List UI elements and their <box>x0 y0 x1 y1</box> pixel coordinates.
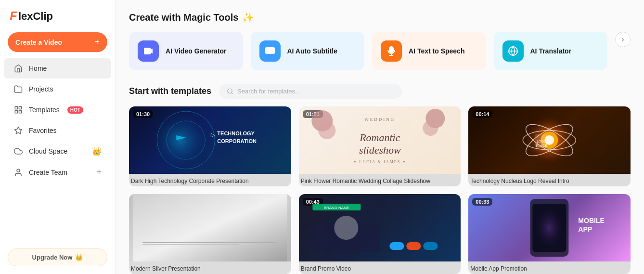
template-thumb-silver: 00:37 <box>129 194 291 261</box>
template-title-wedding: Pink Flower Romantic Wedding Collage Sli… <box>299 174 461 186</box>
scroll-next-icon: › <box>621 35 624 44</box>
template-thumb-nucleus: 00:14 LOGO PLACE <box>468 106 631 174</box>
star-icon <box>13 126 23 135</box>
sidebar-item-templates-label: Templates <box>29 106 60 114</box>
grid-icon <box>13 105 23 115</box>
templates-section-title: Start with templates <box>129 86 211 96</box>
folder-icon <box>13 84 23 94</box>
ai-video-gen-label: AI Video Generator <box>166 47 227 55</box>
svg-text:BRAND NAME: BRAND NAME <box>323 206 349 210</box>
app-logo: F lexClip <box>10 9 53 24</box>
template-title-brand: Brand Promo Video <box>299 261 461 274</box>
magic-tools-list: AI Video Generator AI Auto Subtitle AI T… <box>129 32 631 70</box>
template-card-nucleus[interactable]: 00:14 LOGO PLACE Technology Nucleus Logo… <box>468 106 631 186</box>
tool-card-ai-auto-subtitle[interactable]: AI Auto Subtitle <box>251 32 365 70</box>
thumb-svg-wedding: WEDDING Romantic slideshow ✦ LUCIA & JAM… <box>299 106 461 174</box>
template-thumb-wedding: 01:03 WEDDING Romantic slideshow ✦ LUCIA… <box>299 106 461 174</box>
svg-point-31 <box>423 120 438 136</box>
home-icon <box>13 64 23 73</box>
create-video-label: Create a Video <box>15 39 62 46</box>
tool-card-ai-video-gen[interactable]: AI Video Generator <box>129 32 243 70</box>
sidebar-item-templates[interactable]: Templates HOT <box>4 100 111 120</box>
template-search-input[interactable] <box>237 88 394 95</box>
thumb-svg-tech: TECHNOLOGY CORPORATION <box>129 106 291 174</box>
template-thumb-brand: 00:43 BRAND NAME <box>299 194 461 261</box>
svg-text:Romantic: Romantic <box>359 131 400 144</box>
svg-marker-4 <box>15 127 22 134</box>
svg-text:WEDDING: WEDDING <box>364 117 395 122</box>
svg-rect-1 <box>19 106 22 109</box>
ai-text-to-speech-icon-wrap <box>381 40 402 62</box>
svg-text:PLACE: PLACE <box>536 144 547 147</box>
ai-auto-subtitle-label: AI Auto Subtitle <box>287 47 337 55</box>
template-thumb-phone: 00:33 MOBILE APP <box>468 194 631 261</box>
svg-point-7 <box>145 50 147 52</box>
sidebar-item-home-label: Home <box>29 65 47 72</box>
svg-point-17 <box>155 109 217 171</box>
svg-point-50 <box>334 216 358 240</box>
ai-text-to-speech-label: AI Text to Speech <box>409 47 464 55</box>
svg-point-15 <box>228 89 232 93</box>
svg-rect-41 <box>133 194 287 261</box>
svg-text:CORPORATION: CORPORATION <box>217 138 257 144</box>
ai-video-gen-icon-wrap <box>138 40 159 62</box>
ai-translator-icon-wrap <box>502 40 524 62</box>
template-thumb-tech-corp: 01:30 TECHNOLOGY CORPORATION <box>129 106 291 174</box>
svg-point-5 <box>17 169 20 172</box>
svg-rect-48 <box>423 242 438 250</box>
svg-rect-6 <box>144 48 151 54</box>
upgrade-button[interactable]: Upgrade Now 👑 <box>8 248 107 266</box>
svg-rect-55 <box>533 204 567 252</box>
sidebar: F lexClip Create a Video + Home Projects… <box>0 0 116 274</box>
tool-card-ai-translator[interactable]: AI Translator <box>494 32 608 70</box>
svg-rect-0 <box>15 106 17 109</box>
logo-f: F <box>10 9 17 24</box>
svg-rect-46 <box>389 242 404 250</box>
svg-text:✦ LUCIA & JAMES ✦: ✦ LUCIA & JAMES ✦ <box>353 160 407 164</box>
template-card-wedding[interactable]: 01:03 WEDDING Romantic slideshow ✦ LUCIA… <box>299 106 461 186</box>
svg-text:slideshow: slideshow <box>359 144 401 156</box>
sidebar-item-cloud-space-label: Cloud Space <box>29 147 67 155</box>
template-title-phone: Mobile App Promotion <box>468 261 631 274</box>
upgrade-label: Upgrade Now <box>32 254 73 261</box>
templates-header: Start with templates <box>129 84 631 99</box>
sidebar-item-create-team-label: Create Team <box>29 169 67 176</box>
template-search-bar[interactable] <box>219 84 402 99</box>
svg-rect-47 <box>406 242 421 250</box>
create-video-button[interactable]: Create a Video + <box>8 32 107 52</box>
main-content: Create with Magic Tools ✨ AI Video Gener… <box>116 0 644 274</box>
template-grid: 01:30 TECHNOLOGY CORPORATION Dark High T… <box>129 106 631 274</box>
template-title-silver: Modern Silver Presentation <box>129 261 291 274</box>
person-icon <box>13 168 23 177</box>
magic-tools-title-text: Create with Magic Tools <box>129 12 238 23</box>
sidebar-item-create-team[interactable]: Create Team + <box>4 162 111 183</box>
svg-line-16 <box>232 92 233 94</box>
svg-point-29 <box>318 122 335 139</box>
template-card-phone[interactable]: 00:33 MOBILE APP Mobile App Promotion <box>468 194 631 274</box>
upgrade-crown-icon: 👑 <box>75 254 83 261</box>
sidebar-item-projects-label: Projects <box>29 85 53 93</box>
magic-tools-scroll-next[interactable]: › <box>615 32 631 47</box>
svg-rect-2 <box>15 111 17 113</box>
sidebar-item-projects[interactable]: Projects <box>4 79 111 99</box>
magic-tools-title: Create with Magic Tools ✨ <box>129 12 631 23</box>
hot-badge: HOT <box>67 106 83 114</box>
logo-area: F lexClip <box>0 0 115 30</box>
svg-rect-3 <box>19 111 22 113</box>
svg-text:APP: APP <box>579 225 592 233</box>
magic-tools-emoji: ✨ <box>242 12 254 23</box>
svg-rect-8 <box>265 47 275 54</box>
sidebar-item-favorites[interactable]: Favorites <box>4 120 111 141</box>
svg-text:MOBILE: MOBILE <box>579 217 605 224</box>
template-card-brand[interactable]: 00:43 BRAND NAME Brand Promo Video <box>299 194 461 274</box>
template-title-tech-corp: Dark High Technology Corporate Presentat… <box>129 174 291 186</box>
cloud-icon <box>13 146 23 156</box>
sidebar-item-cloud-space[interactable]: Cloud Space 👑 <box>4 141 111 161</box>
template-card-tech-corp[interactable]: 01:30 TECHNOLOGY CORPORATION Dark High T… <box>129 106 291 186</box>
svg-rect-43 <box>142 244 239 245</box>
thumb-svg-brand: BRAND NAME <box>299 194 461 261</box>
tool-card-ai-text-to-speech[interactable]: AI Text to Speech <box>372 32 486 70</box>
sidebar-item-home[interactable]: Home <box>4 58 111 78</box>
template-card-silver[interactable]: 00:37 Modern Silver Presentation <box>129 194 291 274</box>
svg-rect-42 <box>142 242 277 243</box>
